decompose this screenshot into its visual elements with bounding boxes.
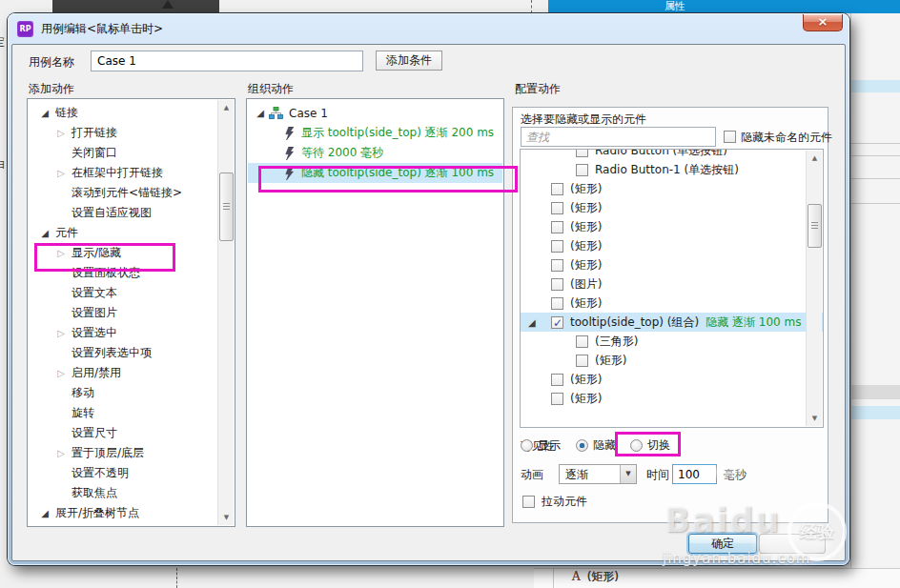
widget-row[interactable]: ◢ (矩形): [521, 389, 806, 408]
add-condition-button[interactable]: 添加条件: [376, 51, 442, 71]
organized-action-row[interactable]: 显示 tooltip(side_top) 逐渐 200 ms: [248, 123, 502, 143]
scroll-up-icon[interactable]: ▲: [218, 100, 235, 115]
radio-icon[interactable]: [576, 439, 588, 452]
action-tree-label: 关闭窗口: [72, 145, 117, 161]
widget-checkbox[interactable]: [551, 393, 563, 405]
action-tree-item[interactable]: 设置尺寸: [29, 423, 217, 443]
action-tree-item[interactable]: 显示/隐藏: [29, 243, 217, 263]
tree-expand-icon[interactable]: [54, 248, 68, 258]
tree-expand-icon[interactable]: [54, 448, 68, 458]
widget-checkbox[interactable]: [576, 149, 588, 157]
action-tree-item[interactable]: 在框架中打开链接: [29, 163, 217, 183]
widget-row[interactable]: ◢ (矩形): [521, 351, 806, 370]
action-tree-item[interactable]: 展开/折叠树节点: [29, 503, 217, 523]
tree-expand-icon[interactable]: [54, 368, 68, 378]
action-tree-item[interactable]: 设置自适应视图: [29, 203, 217, 223]
scroll-down-icon[interactable]: ▼: [218, 510, 235, 525]
tree-expand-icon[interactable]: [38, 508, 51, 518]
widget-row[interactable]: ◢ (三角形): [521, 332, 806, 351]
action-tree-item[interactable]: 链接: [29, 103, 217, 123]
action-tree-item[interactable]: 关闭窗口: [29, 143, 217, 163]
widget-row[interactable]: ◢ Radio Button-1 (单选按钮): [521, 160, 806, 179]
close-button[interactable]: ×: [803, 14, 843, 31]
scrollbar[interactable]: ▲ ▼: [217, 100, 234, 525]
action-tree-item[interactable]: 启用/禁用: [29, 363, 217, 383]
widget-checkbox[interactable]: [576, 164, 588, 176]
radio-icon[interactable]: [630, 439, 643, 452]
action-tree-item[interactable]: 设置图片: [29, 303, 217, 323]
widget-checkbox[interactable]: [576, 335, 588, 348]
widget-row[interactable]: ◢ (矩形): [521, 294, 806, 313]
action-tree-item[interactable]: 设置文本: [29, 283, 217, 303]
visibility-row: 可见性 显示 隐藏 切换: [521, 437, 816, 455]
scroll-down-icon[interactable]: ▼: [807, 411, 823, 426]
dialog-titlebar[interactable]: RP 用例编辑<鼠标单击时>: [8, 13, 849, 44]
action-tree-item[interactable]: 移动: [29, 383, 217, 403]
organized-action-label: 显示 tooltip(side_top) 逐渐 200 ms: [301, 125, 494, 141]
visibility-option[interactable]: 隐藏: [576, 437, 616, 454]
case-tree-item[interactable]: ◢ Case 1: [248, 103, 502, 123]
widget-checkbox[interactable]: [576, 355, 588, 367]
scrollbar-thumb[interactable]: [808, 204, 822, 248]
widget-checkbox[interactable]: [551, 202, 563, 214]
tree-expand-icon[interactable]: [38, 228, 51, 238]
action-tree-item[interactable]: 旋转: [29, 403, 217, 423]
tree-expand-icon[interactable]: ◢: [528, 317, 536, 328]
action-tree-item[interactable]: 滚动到元件<锚链接>: [29, 183, 217, 203]
widget-checkbox[interactable]: [551, 278, 563, 291]
action-tree-label: 设置面板状态: [72, 265, 140, 281]
outline-row[interactable]: A(矩形): [572, 569, 619, 584]
action-tree-item[interactable]: 置于顶层/底层: [29, 443, 217, 463]
organized-action-row[interactable]: 等待 2000 毫秒: [248, 143, 502, 163]
tree-expand-icon[interactable]: [38, 108, 51, 118]
panel-divider: [851, 155, 900, 156]
widget-checkbox[interactable]: [551, 316, 563, 329]
widget-row[interactable]: ◢ (矩形): [521, 198, 806, 217]
widget-row[interactable]: ◢ (矩形): [521, 236, 806, 255]
action-tree-item[interactable]: 设置选中: [29, 323, 217, 343]
widget-row[interactable]: ◢ tooltip(side_top) (组合) 隐藏 逐渐 100 ms: [521, 313, 824, 332]
widget-checkbox[interactable]: [551, 297, 563, 310]
hide-unnamed-checkbox[interactable]: [724, 131, 736, 143]
organized-action-row[interactable]: 隐藏 tooltip(side_top) 逐渐 100 ms: [248, 163, 502, 183]
widget-row[interactable]: ◢ (矩形): [521, 255, 806, 274]
tree-expand-icon[interactable]: ◢: [254, 108, 267, 118]
action-tree-item[interactable]: 设置面板状态: [29, 263, 217, 283]
axure-rp-icon: RP: [17, 21, 33, 37]
scroll-up-icon[interactable]: ▲: [807, 151, 823, 166]
widget-row[interactable]: ◢ (矩形): [521, 370, 806, 389]
scrollbar-thumb[interactable]: [219, 172, 234, 241]
widget-checkbox[interactable]: [551, 221, 563, 233]
pull-widgets-checkbox[interactable]: [522, 496, 535, 508]
chevron-down-icon[interactable]: ▼: [620, 465, 636, 483]
action-tree-item[interactable]: 打开链接: [29, 123, 217, 143]
tree-expand-icon[interactable]: [54, 168, 68, 178]
scrollbar[interactable]: ▲ ▼: [806, 151, 822, 426]
search-input[interactable]: [521, 127, 716, 147]
widget-label: Radio Button-1 (单选按钮): [595, 162, 739, 178]
action-tree-item[interactable]: 设置列表选中项: [29, 343, 217, 363]
widget-row[interactable]: ◢ Radio Button (单选按钮): [521, 149, 806, 160]
properties-panel-tab[interactable]: 属性: [548, 0, 900, 13]
cancel-button[interactable]: [759, 534, 826, 554]
widget-row[interactable]: ◢ (矩形): [521, 217, 806, 236]
animation-select[interactable]: 逐渐 ▼: [559, 464, 637, 484]
time-input[interactable]: [672, 464, 717, 484]
action-tree-item[interactable]: 获取焦点: [29, 483, 217, 503]
widget-checkbox[interactable]: [551, 374, 563, 386]
action-tree-item[interactable]: 元件: [29, 223, 217, 243]
widget-checkbox[interactable]: [551, 183, 563, 195]
visibility-option[interactable]: 显示: [521, 437, 561, 454]
ok-button[interactable]: 确定: [688, 534, 757, 554]
case-name-input[interactable]: [91, 51, 363, 71]
tree-expand-icon[interactable]: [54, 128, 68, 138]
widget-checkbox[interactable]: [551, 259, 563, 272]
visibility-option[interactable]: 切换: [630, 437, 670, 454]
tree-expand-icon[interactable]: [54, 328, 68, 338]
radio-icon[interactable]: [521, 439, 533, 452]
widget-row[interactable]: ◢ (矩形): [521, 179, 806, 198]
widget-checkbox[interactable]: [551, 240, 563, 253]
widget-row[interactable]: ◢ (图片): [521, 274, 806, 294]
action-tree-item[interactable]: 设置不透明: [29, 463, 217, 483]
action-bolt-icon: [284, 167, 296, 180]
